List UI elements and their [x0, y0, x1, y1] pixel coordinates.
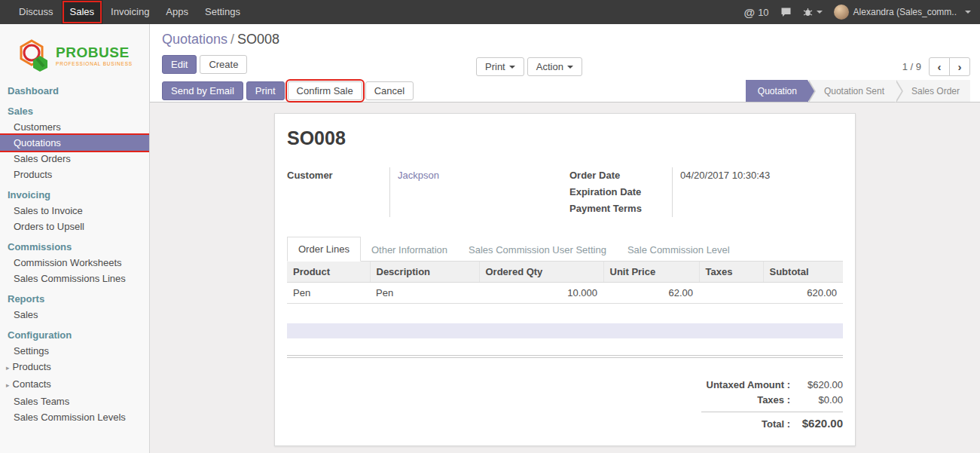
order-line-row[interactable]: Pen Pen 10.000 62.00 620.00 — [287, 283, 843, 304]
pager: 1 / 9 ‹ › — [902, 57, 970, 76]
chevron-right-icon: › — [958, 60, 962, 73]
sidebar-item-sales-teams[interactable]: Sales Teams — [0, 393, 149, 409]
chat-button[interactable] — [780, 7, 792, 17]
expand-arrow-icon: ▸ — [6, 364, 10, 372]
separator-lines — [287, 355, 843, 358]
chevron-left-icon: ‹ — [938, 60, 942, 73]
untaxed-amount-label: Untaxed Amount : — [701, 378, 790, 393]
sidebar-item-sales-orders[interactable]: Sales Orders — [0, 151, 149, 167]
payment-terms-label: Payment Terms — [569, 200, 672, 217]
tab-other-information[interactable]: Other Information — [361, 238, 458, 262]
menu-apps[interactable]: Apps — [157, 0, 197, 24]
menu-invoicing[interactable]: Invoicing — [102, 0, 157, 24]
sidebar-item-config-products[interactable]: ▸Products — [0, 359, 149, 376]
sidebar-item-settings[interactable]: Settings — [0, 343, 149, 359]
caret-down-icon — [567, 66, 573, 72]
sidebar-item-reports-sales[interactable]: Sales — [0, 307, 149, 323]
order-date-label: Order Date — [569, 167, 672, 184]
cell-subtotal: 620.00 — [763, 283, 843, 304]
empty-order-line-row — [287, 323, 843, 338]
breadcrumb: Quotations/SO008 — [162, 32, 968, 47]
activity-menu-button[interactable]: @ 10 — [744, 6, 769, 19]
action-dropdown-label: Action — [536, 61, 563, 72]
sidebar-item-sales-commissions-lines[interactable]: Sales Commissions Lines — [0, 271, 149, 286]
expand-arrow-icon: ▸ — [6, 381, 10, 389]
sidebar-item-sales-to-invoice[interactable]: Sales to Invoice — [0, 203, 149, 219]
probuse-logo: PROBUSE PROFESSIONAL BUSINESS — [0, 24, 149, 81]
status-sales-order[interactable]: Sales Order — [895, 80, 970, 102]
statusbar: Quotation Quotation Sent Sales Order — [746, 80, 970, 102]
customer-value-link[interactable]: Jackpson — [398, 167, 560, 184]
sidebar-item-quotations[interactable]: Quotations — [0, 135, 149, 151]
cancel-button[interactable]: Cancel — [365, 81, 414, 100]
sidebar-item-label: Contacts — [13, 378, 51, 390]
menu-settings[interactable]: Settings — [197, 0, 249, 24]
caret-down-icon — [965, 11, 971, 17]
sidebar-item-sales-commission-levels[interactable]: Sales Commission Levels — [0, 409, 149, 425]
pager-previous-button[interactable]: ‹ — [929, 57, 950, 76]
status-quotation[interactable]: Quotation — [746, 80, 808, 102]
at-icon: @ — [744, 6, 756, 19]
confirm-sale-button[interactable]: Confirm Sale — [288, 81, 362, 100]
user-menu-button[interactable]: Alexandra (Sales_comm.. — [834, 5, 971, 20]
print-button[interactable]: Print — [246, 81, 285, 100]
order-date-value: 04/20/2017 10:30:43 — [680, 167, 843, 184]
expiration-date-value — [680, 184, 843, 200]
taxes-value: $0.00 — [799, 393, 843, 408]
customer-label: Customer — [287, 167, 389, 184]
sidebar-heading-reports: Reports — [0, 291, 149, 307]
send-by-email-button[interactable]: Send by Email — [162, 81, 243, 100]
top-menu-bar: Discuss Sales Invoicing Apps Settings — [11, 0, 249, 24]
sidebar-item-customers[interactable]: Customers — [0, 119, 149, 135]
customer-field-group: Customer Jackpson — [287, 167, 560, 217]
sidebar-heading-commissions: Commissions — [0, 239, 149, 255]
field-groups: Customer Jackpson Order Date Expiration … — [287, 167, 843, 217]
sidebar-heading-invoicing: Invoicing — [0, 187, 149, 203]
expiration-date-label: Expiration Date — [569, 184, 672, 200]
debug-menu-button[interactable] — [803, 8, 823, 17]
tab-sale-commission-level[interactable]: Sale Commission Level — [617, 238, 740, 262]
column-unit-price: Unit Price — [603, 262, 699, 283]
breadcrumb-current: SO008 — [237, 32, 279, 47]
sidebar-item-products[interactable]: Products — [0, 167, 149, 182]
totals-block: Untaxed Amount : $620.00 Taxes : $0.00 T… — [701, 378, 843, 432]
order-lines-header-row: Product Description Ordered Qty Unit Pri… — [287, 262, 843, 283]
sidebar-item-orders-to-upsell[interactable]: Orders to Upsell — [0, 219, 149, 234]
activity-count: 10 — [758, 7, 768, 18]
topbar-right: @ 10 Alexandra (Sales_comm.. — [744, 5, 980, 20]
tab-order-lines[interactable]: Order Lines — [287, 237, 361, 262]
cell-product[interactable]: Pen — [287, 283, 370, 304]
pager-next-button[interactable]: › — [949, 57, 970, 76]
taxes-label: Taxes : — [701, 393, 790, 408]
column-ordered-qty: Ordered Qty — [479, 262, 603, 283]
breadcrumb-separator: / — [227, 32, 237, 47]
menu-discuss[interactable]: Discuss — [11, 0, 62, 24]
status-quotation-sent[interactable]: Quotation Sent — [808, 80, 895, 102]
action-dropdown-button[interactable]: Action — [527, 57, 582, 76]
sidebar-item-commission-worksheets[interactable]: Commission Worksheets — [0, 255, 149, 271]
column-subtotal: Subtotal — [763, 262, 843, 283]
sidebar-heading-sales: Sales — [0, 103, 149, 119]
caret-down-icon — [817, 11, 823, 17]
menu-sales[interactable]: Sales — [62, 0, 103, 24]
sidebar: PROBUSE PROFESSIONAL BUSINESS Dashboard … — [0, 24, 150, 453]
print-dropdown-button[interactable]: Print — [476, 57, 524, 76]
notebook-tabs: Order Lines Other Information Sales Comm… — [287, 237, 843, 262]
sidebar-item-dashboard[interactable]: Dashboard — [0, 83, 149, 99]
create-button[interactable]: Create — [200, 55, 247, 74]
sidebar-item-contacts[interactable]: ▸Contacts — [0, 376, 149, 393]
topbar: Discuss Sales Invoicing Apps Settings @ … — [0, 0, 980, 24]
tab-sales-commission-user-setting[interactable]: Sales Commission User Setting — [458, 238, 617, 262]
breadcrumb-quotations-link[interactable]: Quotations — [162, 32, 227, 47]
order-lines-table: Product Description Ordered Qty Unit Pri… — [287, 262, 843, 304]
taxes-row: Taxes : $0.00 — [701, 393, 843, 408]
page-title: SO008 — [287, 127, 843, 149]
total-row: Total : $620.00 — [701, 412, 843, 432]
untaxed-amount-value: $620.00 — [799, 378, 843, 393]
dates-field-group: Order Date Expiration Date Payment Terms… — [569, 167, 843, 217]
untaxed-amount-row: Untaxed Amount : $620.00 — [701, 378, 843, 393]
cell-description: Pen — [370, 283, 479, 304]
edit-button[interactable]: Edit — [162, 55, 197, 74]
total-value: $620.00 — [799, 416, 843, 431]
cell-unit-price: 62.00 — [603, 283, 699, 304]
